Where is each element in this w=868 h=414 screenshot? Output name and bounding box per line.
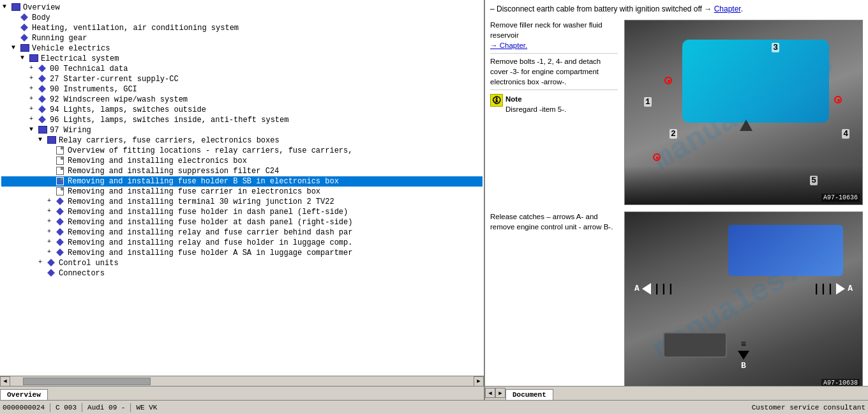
tree-item-body[interactable]: Body [1, 13, 483, 23]
tree-item-27[interactable]: + 27 Starter-current supply-CC [1, 74, 483, 84]
tree-item-relay-carriers[interactable]: ▼ Relay carriers, fuse carriers, electro… [1, 135, 483, 146]
tree-item-overview[interactable]: ▼ Overview [1, 3, 483, 13]
scroll-nav-right[interactable]: ▶ [474, 376, 484, 387]
tree-item-fuse-dash-right[interactable]: + Removing and installing fuse holder at… [1, 217, 483, 227]
tree-item-heating[interactable]: Heating, ventilation, air conditioning s… [1, 23, 483, 33]
tree-item-90[interactable]: + 90 Instruments, GCI [1, 84, 483, 95]
text-column-1: Remove filler neck for washer fluid rese… [490, 20, 618, 205]
tree-item-removing-electronics[interactable]: Removing and installing electronics box [1, 156, 483, 166]
tree-item-00[interactable]: + 00 Technical data [1, 64, 483, 74]
diamond-icon-wrap [38, 65, 49, 73]
tree-item-vehicle-electrics[interactable]: ▼ Vehicle electrics [1, 43, 483, 54]
tree-item-fuse-dash-left[interactable]: + Removing and installing fuse holder in… [1, 207, 483, 217]
tree-item-terminal30[interactable]: + Removing and installing terminal 30 wi… [1, 197, 483, 207]
book-icon-wrap [47, 136, 57, 145]
tree-label: Removing and installing fuse holder at d… [68, 218, 352, 227]
engine-image-1: manuales.co 1 2 3 4 5 [624, 20, 863, 205]
tree-item-relay-behind-dash[interactable]: + Removing and installing relay and fuse… [1, 227, 483, 238]
diamond-icon-wrap [38, 116, 49, 125]
tree-item-control-units[interactable]: + Control units [1, 258, 483, 268]
expand-icon[interactable]: + [29, 116, 38, 123]
tree-item-fuse-carrier[interactable]: Removing and installing fuse carrier in … [1, 187, 483, 197]
note-icon: 🛈 [490, 94, 503, 107]
expand-icon[interactable]: + [47, 238, 56, 245]
book-icon-wrap [29, 54, 40, 63]
scroll-nav-left[interactable]: ◀ [0, 376, 10, 387]
horizontal-scrollbar[interactable]: ◀ ▶ [0, 376, 484, 386]
tree-item-96[interactable]: + 96 Lights, lamps, switches inside, ant… [1, 115, 483, 125]
tree-item-relay-luggage[interactable]: + Removing and installing relay and fuse… [1, 238, 483, 248]
tree-item-connectors[interactable]: Connectors [1, 268, 483, 279]
tree-label: Body [32, 13, 50, 22]
diamond-icon-wrap [56, 228, 66, 237]
tree-item-fuse-asa[interactable]: + Removing and installing fuse holder A … [1, 248, 483, 258]
hscroll-track[interactable] [10, 378, 474, 385]
label-1: 1 [644, 97, 652, 107]
tree-item-fuse-holder-bsb[interactable]: Removing and installing fuse holder B SB… [1, 176, 483, 187]
expand-icon[interactable]: + [29, 85, 38, 92]
diamond-icon-wrap [47, 259, 57, 268]
doc-icon-wrap [56, 187, 66, 196]
expand-icon [47, 177, 56, 184]
expand-icon[interactable]: + [38, 259, 47, 266]
expand-icon[interactable]: ▼ [29, 126, 38, 133]
expand-icon[interactable]: + [29, 105, 38, 112]
expand-icon[interactable]: + [29, 75, 38, 82]
expand-icon[interactable]: + [47, 249, 56, 256]
doc-icon-wrap [56, 157, 66, 165]
expand-icon[interactable]: ▼ [38, 136, 47, 143]
expand-icon[interactable]: + [29, 65, 38, 72]
tree-item-97[interactable]: ▼ 97 Wiring [1, 125, 483, 135]
status-divider-3 [130, 403, 131, 412]
expand-icon [47, 146, 56, 153]
tree-label: Overview [23, 3, 60, 12]
tree-label: 27 Starter-current supply-CC [50, 75, 179, 84]
hscroll-thumb[interactable] [23, 378, 151, 385]
tab-nav-left[interactable]: ◀ [485, 388, 495, 398]
diamond-icon-wrap [56, 208, 66, 217]
expand-icon[interactable]: + [47, 228, 56, 235]
expand-icon[interactable]: + [47, 197, 56, 204]
arrow-up-indicator [740, 119, 752, 131]
diamond-icon-wrap [38, 75, 49, 84]
expand-icon[interactable]: + [47, 218, 56, 225]
expand-icon[interactable]: ▼ [20, 54, 29, 61]
tree-label: 96 Lights, lamps, switches inside, anti-… [50, 116, 288, 125]
engine-image-2: manuales.co A ||| [624, 211, 863, 386]
tab-overview[interactable]: Overview [0, 389, 48, 400]
tree-item-overview-fitting[interactable]: Overview of fitting locations - relay ca… [1, 146, 483, 156]
expand-icon[interactable]: ▼ [3, 3, 11, 10]
tree-item-electrical-system[interactable]: ▼ Electrical system [1, 54, 483, 64]
left-panel: ▼ Overview Body Heating, ventilation, ai… [0, 0, 485, 400]
tree-label: Relay carriers, fuse carriers, electroni… [59, 136, 280, 145]
tree-label: Running gear [32, 34, 87, 43]
filler-neck-text: Remove filler neck for washer fluid rese… [490, 20, 618, 40]
expand-icon [38, 269, 47, 276]
chapter-link-filler[interactable]: → Chapter. [490, 42, 527, 49]
expand-icon[interactable]: ▼ [11, 44, 20, 51]
tree-label: Removing and installing terminal 30 wiri… [68, 197, 334, 206]
arrow-a-left: A ||| [634, 282, 674, 295]
period: . [741, 4, 743, 13]
tree-view[interactable]: ▼ Overview Body Heating, ventilation, ai… [0, 0, 484, 376]
tree-item-92[interactable]: + 92 Windscreen wipe/wash system [1, 95, 483, 105]
expand-icon[interactable]: + [47, 208, 56, 215]
expand-icon[interactable]: + [29, 95, 38, 102]
tree-item-94[interactable]: + 94 Lights, lamps, switches outside [1, 105, 483, 115]
tree-label: Removing and installing fuse holder B SB… [68, 177, 339, 186]
diamond-icon-wrap [20, 34, 31, 43]
book-icon-wrap [20, 44, 31, 53]
diamond-icon-wrap [56, 218, 66, 227]
tree-item-running-gear[interactable]: Running gear [1, 33, 483, 43]
scroll-right-btn[interactable]: ▶ [474, 376, 484, 387]
chapter-link-top[interactable]: Chapter [714, 4, 741, 13]
tab-document[interactable]: Document [505, 389, 553, 400]
scroll-left-btn[interactable]: ◀ [0, 376, 10, 387]
tree-item-suppression-filter[interactable]: Removing and installing suppression filt… [1, 166, 483, 176]
img-label-1: A97-10636 [821, 194, 860, 202]
doc-icon-wrap [56, 177, 66, 186]
content-section-2: Release catches – arrows A- and remove e… [490, 211, 863, 386]
doc-icon-wrap [56, 167, 66, 176]
tree-label: Removing and installing relay and fuse c… [68, 228, 352, 237]
tab-nav-right[interactable]: ▶ [495, 388, 505, 398]
